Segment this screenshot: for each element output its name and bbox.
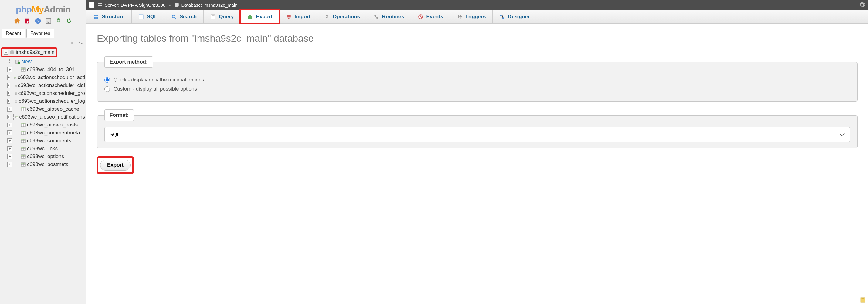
- tab-events[interactable]: Events: [411, 10, 451, 23]
- back-arrow-icon[interactable]: ←: [89, 2, 94, 8]
- home-icon[interactable]: [14, 18, 21, 24]
- settings-icon[interactable]: [55, 18, 62, 24]
- docs-icon[interactable]: ?: [35, 18, 41, 24]
- tree-table-label: c693wc_actionscheduler_acti: [18, 75, 85, 81]
- bookmark-icon[interactable]: [860, 297, 866, 303]
- svg-rect-41: [94, 17, 96, 19]
- tree-table-label: c693wc_actionscheduler_clai: [18, 82, 85, 88]
- table-icon: [21, 67, 26, 72]
- radio-quick-input[interactable]: [104, 77, 110, 83]
- svg-rect-45: [211, 15, 215, 19]
- tree-table[interactable]: +c693wc_404_to_301: [7, 66, 85, 74]
- tree-table[interactable]: +c693wc_commentmeta: [7, 129, 85, 137]
- breadcrumb-server-prefix: Server:: [105, 2, 119, 8]
- tree-table[interactable]: +c693wc_aioseo_cache: [7, 105, 85, 113]
- tab-sql[interactable]: SQL: [132, 10, 164, 23]
- plus-icon[interactable]: +: [7, 131, 12, 135]
- tab-triggers[interactable]: Triggers: [450, 10, 493, 23]
- tree-table[interactable]: +c693wc_options: [7, 153, 85, 161]
- plus-icon[interactable]: +: [7, 162, 12, 167]
- radio-quick[interactable]: Quick - display only the minimal options: [104, 77, 850, 83]
- tab-routines[interactable]: Routines: [367, 10, 411, 23]
- format-select-wrap: SQL: [104, 127, 850, 142]
- plus-icon[interactable]: +: [7, 67, 12, 72]
- new-icon: [15, 59, 20, 64]
- tree-table[interactable]: +c693wc_aioseo_posts: [7, 121, 85, 129]
- tree-table[interactable]: +c693wc_actionscheduler_acti: [7, 74, 85, 81]
- logo[interactable]: phpMyAdmin: [0, 0, 86, 17]
- radio-custom[interactable]: Custom - display all possible options: [104, 86, 850, 92]
- tree-table[interactable]: +c693wc_actionscheduler_log: [7, 97, 85, 105]
- tree-table[interactable]: +c693wc_postmeta: [7, 161, 85, 168]
- tab-designer-label: Designer: [508, 14, 530, 20]
- tab-query[interactable]: Query: [204, 10, 241, 23]
- favorites-button[interactable]: Favorites: [26, 29, 54, 38]
- tab-structure[interactable]: Structure: [87, 10, 132, 23]
- query-icon: [210, 14, 216, 20]
- tab-search[interactable]: Search: [164, 10, 204, 23]
- plus-icon[interactable]: +: [7, 99, 10, 104]
- tree-table-label: c693wc_links: [27, 146, 58, 152]
- sql-icon: [138, 14, 144, 20]
- tab-import[interactable]: Import: [279, 10, 317, 23]
- svg-rect-48: [248, 16, 252, 19]
- plus-icon[interactable]: +: [7, 91, 10, 96]
- plus-icon[interactable]: +: [7, 154, 12, 159]
- tree-table-label: c693wc_aioseo_posts: [27, 122, 78, 128]
- tab-operations[interactable]: Operations: [317, 10, 367, 23]
- tab-export[interactable]: Export: [241, 10, 279, 23]
- export-button-highlight: Export: [97, 156, 134, 174]
- tree-database[interactable]: − imsha9s2c_main: [1, 48, 57, 57]
- svg-point-51: [376, 17, 378, 19]
- operations-icon: [324, 14, 330, 20]
- svg-rect-53: [500, 15, 502, 16]
- export-method-group: Export method: Quick - display only the …: [97, 56, 858, 102]
- svg-rect-56: [862, 298, 864, 299]
- breadcrumb-server[interactable]: DA PMA SignOn:3306: [121, 2, 166, 8]
- tree-table[interactable]: +c693wc_aioseo_notifications: [7, 113, 85, 121]
- plus-icon[interactable]: +: [7, 115, 10, 119]
- gear-icon[interactable]: [859, 2, 866, 8]
- svg-text:?: ?: [37, 19, 39, 24]
- minus-icon[interactable]: −: [4, 50, 8, 55]
- tree-new[interactable]: New: [7, 58, 85, 66]
- radio-custom-input[interactable]: [104, 86, 110, 92]
- plus-icon[interactable]: +: [7, 146, 12, 151]
- recent-button[interactable]: Recent: [2, 29, 25, 38]
- content: Exporting tables from "imsha9s2c_main" d…: [87, 24, 868, 304]
- import-icon: [286, 14, 291, 20]
- exit-icon[interactable]: [24, 18, 31, 24]
- tab-routines-label: Routines: [382, 14, 404, 20]
- svg-rect-49: [286, 15, 291, 17]
- recent-bar: Recent Favorites: [0, 27, 86, 39]
- tab-designer[interactable]: Designer: [493, 10, 537, 23]
- collapse-icon[interactable]: [71, 41, 76, 44]
- tab-events-label: Events: [426, 14, 443, 20]
- plus-icon[interactable]: +: [7, 83, 10, 88]
- svg-point-38: [175, 3, 179, 4]
- svg-rect-39: [94, 15, 96, 17]
- logo-admin: Admin: [44, 4, 70, 14]
- tree-table[interactable]: +c693wc_actionscheduler_clai: [7, 81, 85, 89]
- breadcrumb-db[interactable]: imsha9s2c_main: [203, 2, 238, 8]
- table-icon: [21, 162, 26, 167]
- plus-icon[interactable]: +: [7, 138, 12, 143]
- format-group: Format: SQL: [97, 109, 858, 148]
- export-button[interactable]: Export: [100, 160, 130, 170]
- table-icon: [15, 99, 17, 104]
- tree-table-label: c693wc_aioseo_cache: [27, 106, 79, 112]
- link-icon[interactable]: [78, 41, 83, 44]
- format-select[interactable]: SQL: [104, 127, 850, 142]
- routines-icon: [374, 14, 379, 20]
- sql-docs-icon[interactable]: a: [45, 18, 52, 24]
- reload-icon[interactable]: [66, 18, 72, 24]
- plus-icon[interactable]: +: [7, 75, 10, 80]
- search-icon: [171, 14, 177, 20]
- plus-icon[interactable]: +: [7, 122, 12, 128]
- export-method-legend: Export method:: [104, 56, 153, 68]
- tree-table[interactable]: +c693wc_comments: [7, 137, 85, 145]
- tree-table[interactable]: +c693wc_links: [7, 145, 85, 153]
- breadcrumb-sep: »: [168, 2, 171, 8]
- tree-table[interactable]: +c693wc_actionscheduler_gro: [7, 89, 85, 97]
- plus-icon[interactable]: +: [7, 107, 12, 112]
